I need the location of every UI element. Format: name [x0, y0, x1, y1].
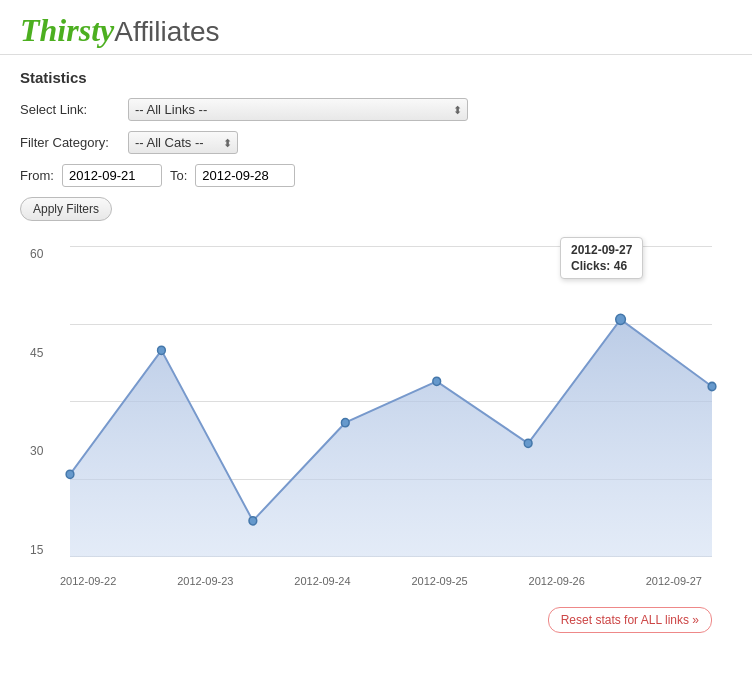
x-label-0: 2012-09-22	[60, 575, 116, 587]
y-axis: 15 30 45 60	[30, 247, 43, 557]
from-date-input[interactable]	[62, 164, 162, 187]
to-label: To:	[170, 168, 187, 183]
datapoint-3	[341, 419, 349, 427]
datapoint-7	[708, 382, 716, 390]
filter-category-label: Filter Category:	[20, 135, 120, 150]
datapoint-0	[66, 470, 74, 478]
datapoint-5	[524, 439, 532, 447]
datapoint-6[interactable]	[616, 314, 626, 324]
x-label-1: 2012-09-23	[177, 575, 233, 587]
chart-svg	[70, 247, 712, 557]
from-label: From:	[20, 168, 54, 183]
filter-category-dropdown[interactable]: -- All Cats --	[128, 131, 238, 154]
chart-area-fill	[70, 319, 712, 557]
x-label-3: 2012-09-25	[411, 575, 467, 587]
chart-container: 15 30 45 60	[20, 237, 732, 597]
y-label-2: 45	[30, 346, 43, 360]
apply-filters-button[interactable]: Apply Filters	[20, 197, 112, 221]
logo-affiliates: Affiliates	[114, 16, 219, 47]
y-label-3: 60	[30, 247, 43, 261]
y-label-0: 15	[30, 543, 43, 557]
x-label-2: 2012-09-24	[294, 575, 350, 587]
x-axis: 2012-09-22 2012-09-23 2012-09-24 2012-09…	[70, 575, 712, 587]
header: ThirstyAffiliates	[0, 0, 752, 55]
x-label-4: 2012-09-26	[529, 575, 585, 587]
select-link-dropdown[interactable]: -- All Links --	[128, 98, 468, 121]
y-label-1: 30	[30, 444, 43, 458]
datapoint-1	[158, 346, 166, 354]
logo: ThirstyAffiliates	[20, 14, 732, 46]
datapoint-2	[249, 517, 257, 525]
reset-stats-button[interactable]: Reset stats for ALL links »	[548, 607, 712, 633]
datapoint-4	[433, 377, 441, 385]
logo-thirsty: Thirsty	[20, 12, 114, 48]
x-label-5: 2012-09-27	[646, 575, 702, 587]
page-title: Statistics	[20, 69, 732, 86]
select-link-label: Select Link:	[20, 102, 120, 117]
to-date-input[interactable]	[195, 164, 295, 187]
